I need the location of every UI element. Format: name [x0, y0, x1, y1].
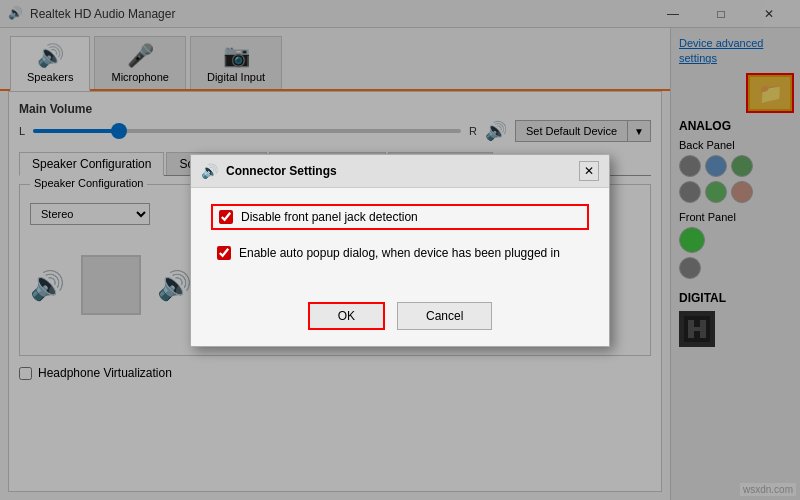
modal-title-left: 🔊 Connector Settings — [201, 163, 337, 179]
modal-checkbox-row-2: Enable auto popup dialog, when device ha… — [211, 242, 589, 264]
connector-settings-modal: 🔊 Connector Settings ✕ Disable front pan… — [190, 154, 610, 347]
modal-cancel-button[interactable]: Cancel — [397, 302, 492, 330]
modal-buttons: OK Cancel — [191, 292, 609, 346]
modal-title-text: Connector Settings — [226, 164, 337, 178]
modal-content: Disable front panel jack detection Enabl… — [191, 188, 609, 292]
modal-checkbox-row-1: Disable front panel jack detection — [211, 204, 589, 230]
modal-overlay: 🔊 Connector Settings ✕ Disable front pan… — [0, 0, 800, 500]
disable-front-panel-checkbox[interactable] — [219, 210, 233, 224]
modal-close-button[interactable]: ✕ — [579, 161, 599, 181]
modal-ok-button[interactable]: OK — [308, 302, 385, 330]
disable-front-panel-label: Disable front panel jack detection — [241, 210, 418, 224]
modal-titlebar: 🔊 Connector Settings ✕ — [191, 155, 609, 188]
modal-icon: 🔊 — [201, 163, 218, 179]
enable-auto-popup-checkbox[interactable] — [217, 246, 231, 260]
enable-auto-popup-label: Enable auto popup dialog, when device ha… — [239, 246, 560, 260]
